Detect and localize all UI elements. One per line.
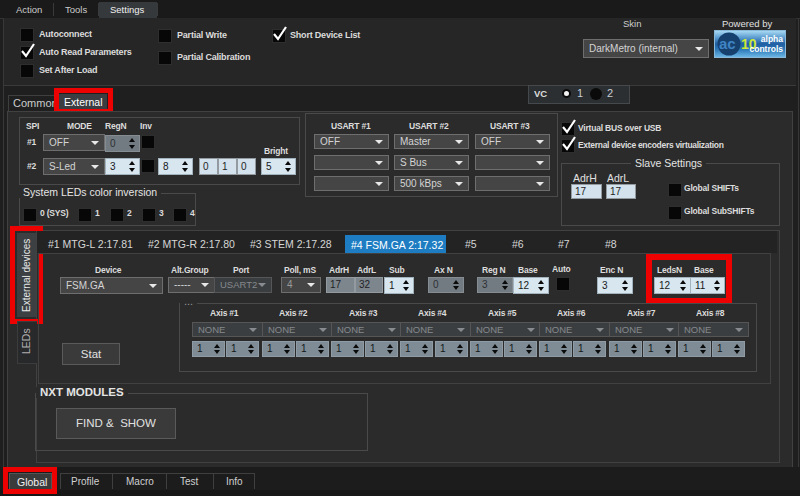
svg-text:ac: ac — [719, 35, 736, 52]
svg-text:controls: controls — [749, 44, 783, 54]
svg-text:alpha: alpha — [761, 34, 783, 44]
